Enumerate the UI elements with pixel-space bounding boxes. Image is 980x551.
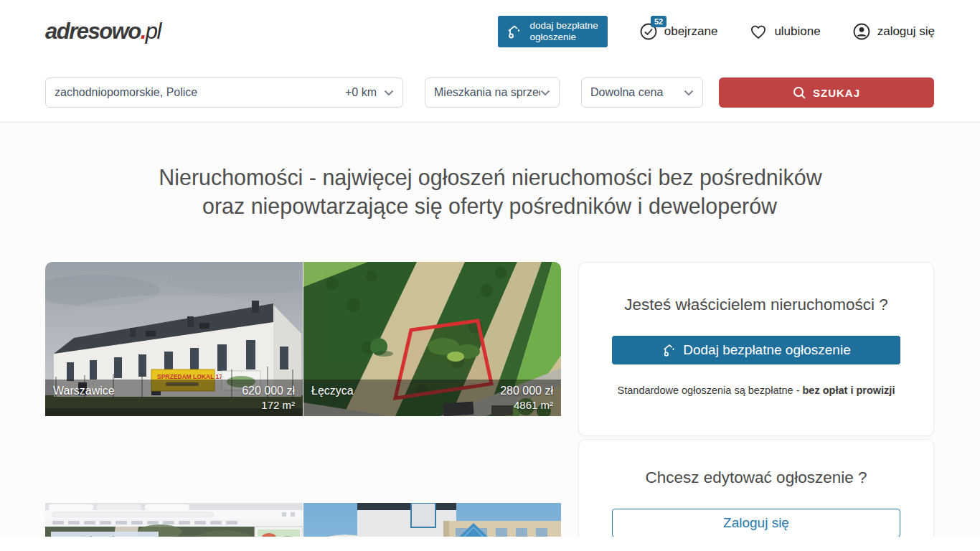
sidebar-add-listing-button[interactable]: Dodaj bezpłatne ogłoszenie bbox=[612, 336, 900, 364]
sidebar-add-listing-label: Dodaj bezpłatne ogłoszenie bbox=[683, 342, 850, 358]
chevron-down-icon bbox=[384, 90, 394, 96]
house-plus-icon bbox=[506, 23, 523, 40]
listing-caption: Warszawice 620 000 zł 172 m² bbox=[45, 380, 303, 416]
house-plus-icon bbox=[661, 342, 677, 358]
person-circle-icon bbox=[852, 22, 871, 41]
radius-dropdown[interactable]: +0 km bbox=[339, 86, 394, 99]
logo[interactable]: adresowo.pl bbox=[45, 19, 161, 44]
listing-area: 172 m² bbox=[242, 399, 295, 411]
header-actions: dodaj bezpłatne ogłoszenie 52 obejrzane bbox=[498, 16, 935, 47]
listing-price: 280 000 zł bbox=[500, 385, 553, 397]
price-value: Dowolna cena bbox=[590, 86, 684, 99]
listing-card[interactable]: SMAŻALNIA Kraków Krowodrza, ul. bbox=[303, 503, 561, 537]
owner-card: Jesteś właścicielem nieruchomości ? Doda… bbox=[578, 262, 934, 436]
listing-card[interactable]: geoportal.gov.pl bbox=[45, 503, 303, 537]
add-listing-button[interactable]: dodaj bezpłatne ogłoszenie bbox=[498, 16, 607, 47]
viewed-link[interactable]: 52 obejrzane bbox=[639, 22, 718, 41]
sidebar: Jesteś właścicielem nieruchomości ? Doda… bbox=[578, 262, 934, 537]
heart-icon bbox=[749, 23, 768, 40]
logo-dot: . bbox=[141, 19, 146, 44]
price-select[interactable]: Dowolna cena bbox=[581, 77, 703, 108]
location-input[interactable]: zachodniopomorskie, Police +0 km bbox=[45, 77, 403, 108]
add-listing-label: dodaj bezpłatne ogłoszenie bbox=[529, 20, 598, 43]
listings-grid: SPRZEDAM LOKAL 172 m2 Warszawice 620 000… bbox=[45, 262, 561, 537]
search-bar: zachodniopomorskie, Police +0 km Mieszka… bbox=[0, 77, 980, 108]
viewed-count-badge: 52 bbox=[651, 16, 666, 27]
listing-photo-smazalnia: SMAŻALNIA bbox=[303, 503, 561, 537]
logo-tld: pl bbox=[146, 19, 161, 44]
svg-text:geoportal.gov.pl: geoportal.gov.pl bbox=[58, 534, 114, 537]
favorites-label: ulubione bbox=[774, 24, 820, 39]
location-value: zachodniopomorskie, Police bbox=[55, 86, 339, 99]
magnifier-icon bbox=[793, 86, 806, 100]
listing-name: Warszawice bbox=[53, 385, 115, 397]
listing-area: 4861 m² bbox=[500, 399, 553, 411]
chevron-down-icon bbox=[540, 90, 550, 96]
favorites-link[interactable]: ulubione bbox=[749, 23, 820, 40]
page-content: Nieruchomości - najwięcej ogłoszeń nieru… bbox=[0, 122, 980, 537]
category-select[interactable]: Mieszkania na sprzedaż bbox=[425, 77, 560, 108]
owner-note: Standardowe ogłoszenia są bezpłatne - be… bbox=[612, 385, 900, 396]
search-button-label: SZUKAJ bbox=[813, 87, 860, 99]
listing-caption: Łęczyca 280 000 zł 4861 m² bbox=[303, 380, 561, 416]
edit-heading: Chcesz edytować ogłoszenie ? bbox=[612, 468, 900, 487]
category-value: Mieszkania na sprzedaż bbox=[434, 86, 540, 99]
site-header: adresowo.pl dodaj bezpłatne ogłoszenie bbox=[0, 0, 980, 63]
listing-card[interactable]: Łęczyca 280 000 zł 4861 m² bbox=[303, 262, 561, 416]
logo-brand: adresowo bbox=[45, 19, 141, 44]
listing-name: Łęczyca bbox=[311, 385, 354, 397]
owner-heading: Jesteś właścicielem nieruchomości ? bbox=[612, 296, 900, 314]
listing-photo-map-screenshot: geoportal.gov.pl bbox=[45, 503, 303, 537]
listing-price: 620 000 zł bbox=[242, 385, 295, 397]
chevron-down-icon bbox=[684, 90, 694, 96]
login-link[interactable]: zaloguj się bbox=[852, 22, 935, 41]
page-title: Nieruchomości - najwięcej ogłoszeń nieru… bbox=[0, 163, 980, 220]
listing-card[interactable]: SPRZEDAM LOKAL 172 m2 Warszawice 620 000… bbox=[45, 262, 303, 416]
sidebar-login-button[interactable]: Zaloguj się bbox=[612, 509, 900, 537]
radius-value: +0 km bbox=[345, 86, 377, 99]
edit-card: Chcesz edytować ogłoszenie ? Zaloguj się… bbox=[578, 439, 934, 537]
viewed-label: obejrzane bbox=[664, 24, 718, 39]
search-button[interactable]: SZUKAJ bbox=[719, 77, 934, 108]
login-label: zaloguj się bbox=[877, 24, 935, 39]
